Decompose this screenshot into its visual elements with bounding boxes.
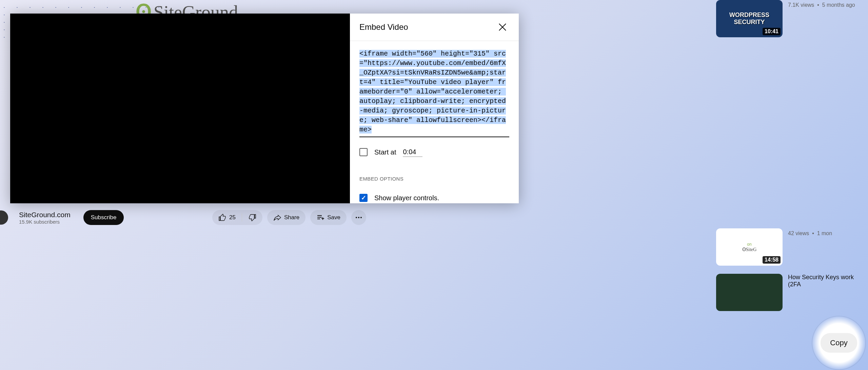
like-button[interactable]: 25 [212, 210, 242, 225]
modal-body: <iframe width="560" height="315" src="ht… [350, 41, 519, 203]
video-preview[interactable] [10, 14, 350, 203]
copy-button[interactable]: Copy [821, 333, 857, 353]
subscriber-count: 15.9K subscribers [19, 219, 71, 225]
suggested-meta: 7.1K views • 5 months ago [788, 0, 864, 37]
start-at-checkbox[interactable] [359, 148, 368, 156]
duration-badge: 10:41 [763, 28, 781, 35]
start-at-row: Start at [359, 147, 509, 157]
action-buttons: 25 Share Save [212, 210, 366, 225]
suggestions-column: WORDPRESS SECURITY 10:41 7.1K views • 5 … [712, 0, 868, 370]
thumbnail-caption: WORDPRESS SECURITY [716, 12, 783, 26]
playlist-add-icon [316, 213, 324, 222]
save-label: Save [327, 214, 340, 221]
share-label: Share [284, 214, 299, 221]
close-icon [497, 22, 508, 32]
embed-code-text: <iframe width="560" height="315" src="ht… [359, 50, 506, 133]
embed-code-textarea[interactable]: <iframe width="560" height="315" src="ht… [359, 49, 509, 137]
upload-age: 5 months ago [822, 2, 855, 8]
duration-badge: 14:58 [763, 256, 781, 264]
ellipsis-icon [355, 213, 363, 222]
embed-modal: Embed Video <iframe width="560" height="… [10, 14, 519, 203]
upload-age: 1 mon [817, 230, 832, 236]
thumbnail-text: on [747, 242, 751, 247]
suggested-video[interactable]: How Security Keys work (2FA [712, 274, 868, 311]
modal-title: Embed Video [359, 22, 408, 32]
svg-point-1 [358, 217, 359, 218]
close-button[interactable] [496, 20, 509, 34]
suggested-video[interactable]: on ʘSiteG 14:58 42 views • 1 mon [712, 228, 868, 266]
suggested-video[interactable]: WORDPRESS SECURITY 10:41 7.1K views • 5 … [712, 0, 868, 37]
view-count: 42 views [788, 230, 809, 236]
embed-options-header: EMBED OPTIONS [359, 176, 509, 182]
dislike-button[interactable] [242, 210, 262, 225]
view-count: 7.1K views [788, 2, 814, 8]
more-actions-button[interactable] [351, 210, 366, 225]
channel-avatar[interactable] [0, 210, 8, 225]
save-button[interactable]: Save [310, 210, 347, 225]
video-thumbnail[interactable]: on ʘSiteG 14:58 [716, 228, 783, 266]
share-button[interactable]: Share [267, 210, 305, 225]
svg-point-0 [356, 217, 357, 218]
thumb-up-icon [218, 213, 226, 222]
show-controls-row: Show player controls. [359, 182, 509, 203]
svg-point-2 [360, 217, 362, 218]
like-dislike-pill: 25 [212, 210, 262, 225]
show-controls-checkbox[interactable] [359, 194, 368, 202]
thumb-down-icon [248, 213, 256, 222]
modal-header: Embed Video [350, 14, 519, 41]
video-info-bar: SiteGround.com 15.9K subscribers Subscri… [0, 203, 366, 232]
like-count: 25 [229, 214, 236, 221]
suggested-meta: 42 views • 1 mon [788, 228, 864, 266]
subscribe-button[interactable]: Subscribe [83, 210, 124, 225]
video-thumbnail[interactable] [716, 274, 783, 311]
start-at-input[interactable] [403, 147, 422, 157]
copy-button-highlight: Copy [812, 316, 865, 369]
show-controls-label: Show player controls. [374, 194, 439, 202]
embed-panel: Embed Video <iframe width="560" height="… [350, 14, 519, 203]
start-at-label: Start at [374, 148, 396, 156]
channel-name[interactable]: SiteGround.com [19, 211, 71, 219]
share-icon [273, 213, 281, 222]
thumbnail-brand: ʘSiteG [742, 247, 757, 252]
channel-row: SiteGround.com 15.9K subscribers Subscri… [0, 210, 366, 225]
suggested-title: How Security Keys work (2FA [788, 274, 864, 311]
video-thumbnail[interactable]: WORDPRESS SECURITY 10:41 [716, 0, 783, 37]
